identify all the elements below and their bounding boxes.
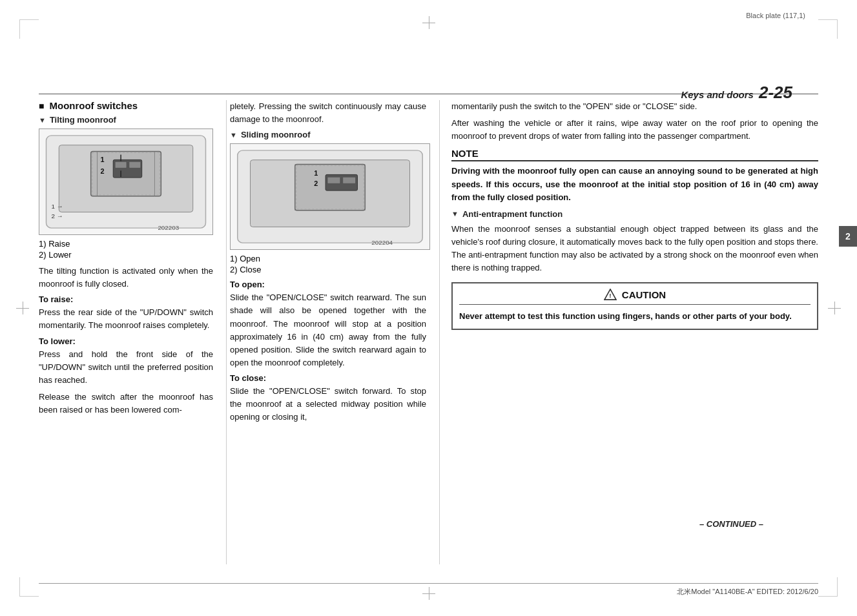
svg-text:202204: 202204 [371, 239, 393, 246]
tilting-diagram: 1 2 1 → 2 → 202203 [39, 128, 213, 235]
close-text: Slide the "OPEN/CLOSE" switch forward. T… [230, 385, 426, 424]
svg-rect-22 [343, 178, 356, 184]
svg-text:2: 2 [100, 167, 104, 175]
caution-box: ! CAUTION Never attempt to test this fun… [451, 282, 818, 329]
note-box: NOTE Driving with the moonroof fully ope… [451, 148, 818, 203]
corner-mark-tl [19, 19, 39, 39]
crosshair-left [16, 302, 29, 314]
sliding-items: 1) Open 2) Close [230, 254, 426, 274]
col-right: momentarily push the switch to the "OPEN… [439, 100, 818, 564]
caution-label: CAUTION [622, 289, 666, 300]
item-raise: 1) Raise [39, 239, 213, 249]
page-tab: 2 [839, 226, 857, 247]
tilting-diagram-svg: 1 2 1 → 2 → 202203 [39, 129, 212, 234]
col-left: Moonroof switches Tilting moonroof [39, 100, 226, 564]
sliding-diagram: 1 2 202204 [230, 143, 430, 250]
caution-text: Never attempt to test this function usin… [459, 310, 811, 323]
corner-mark-br [818, 577, 838, 597]
svg-text:202203: 202203 [158, 224, 179, 231]
svg-text:1: 1 [100, 156, 104, 163]
page-number: 2-25 [759, 83, 792, 102]
right-continued: momentarily push the switch to the "OPEN… [451, 100, 818, 113]
continued-text: pletely. Pressing the switch continuousl… [230, 100, 426, 126]
plate-text: Black plate (117,1) [746, 12, 805, 19]
note-title: NOTE [451, 148, 818, 161]
svg-text:1 →: 1 → [51, 203, 63, 210]
tilting-items: 1) Raise 2) Lower [39, 239, 213, 260]
page-container: Black plate (117,1) 2 Keys and doors2-25… [0, 0, 857, 616]
raise-heading: To raise: [39, 294, 213, 304]
section-title: Moonroof switches [39, 100, 213, 111]
release-text: Release the switch after the moonroof ha… [39, 391, 213, 416]
svg-text:1: 1 [314, 170, 318, 178]
caution-header: ! CAUTION [459, 289, 811, 305]
close-heading: To close: [230, 373, 426, 383]
note-text: Driving with the moonroof fully open can… [451, 165, 818, 203]
open-heading: To open: [230, 280, 426, 289]
item-open: 1) Open [230, 254, 426, 263]
svg-rect-4 [115, 161, 127, 168]
subsection-title-tilting: Tilting moonroof [39, 115, 213, 125]
bottom-credit: 北米Model "A1140BE-A" EDITED: 2012/6/20 [677, 587, 818, 597]
lower-text: Press and hold the front side of the "UP… [39, 348, 213, 387]
tilting-body1: The tilting function is activated only w… [39, 265, 213, 291]
right-body2: After washing the vehicle or after it ra… [451, 117, 818, 143]
crosshair-top [422, 16, 435, 29]
subsection-title-sliding: Sliding moonroof [230, 130, 426, 139]
col-mid: pletely. Pressing the switch continuousl… [226, 100, 439, 564]
main-content: Moonroof switches Tilting moonroof [39, 100, 818, 564]
antitrap-text: When the moonroof senses a substantial e… [451, 223, 818, 275]
corner-mark-bl [19, 577, 39, 597]
svg-text:2 →: 2 → [51, 212, 63, 220]
antitrap-title: Anti-entrapment function [451, 209, 818, 219]
item-lower: 2) Lower [39, 250, 213, 260]
crosshair-right [828, 302, 841, 314]
raise-text: Press the rear side of the "UP/DOWN" swi… [39, 306, 213, 332]
sliding-diagram-svg: 1 2 202204 [231, 144, 429, 249]
bottom-bar: 北米Model "A1140BE-A" EDITED: 2012/6/20 [39, 583, 818, 597]
svg-text:2: 2 [314, 180, 318, 187]
open-text: Slide the "OPEN/CLOSE" switch rearward. … [230, 291, 426, 369]
svg-rect-5 [129, 161, 141, 168]
item-close: 2) Close [230, 265, 426, 274]
lower-heading: To lower: [39, 336, 213, 346]
section-label: Keys and doors [681, 89, 754, 100]
corner-mark-tr [818, 19, 838, 39]
svg-text:!: ! [609, 293, 611, 300]
warning-triangle-icon: ! [604, 289, 617, 300]
svg-rect-21 [327, 178, 340, 184]
continued-footer: – CONTINUED – [699, 519, 763, 529]
